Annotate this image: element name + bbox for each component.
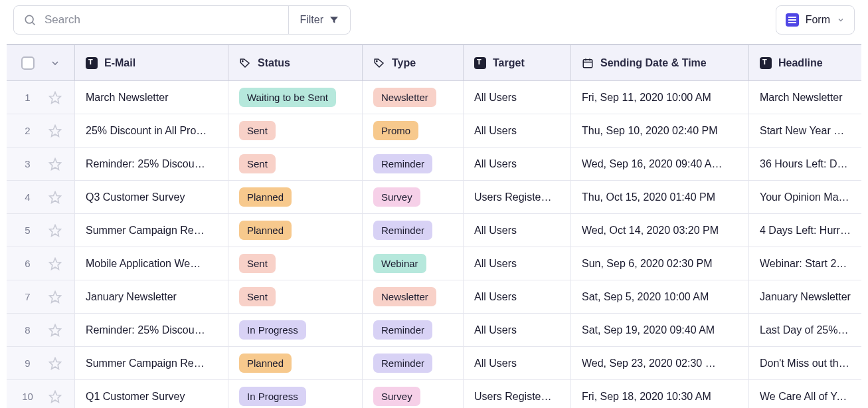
- row-number: 10: [20, 391, 36, 402]
- status-badge: Sent: [239, 254, 276, 273]
- row-controls: 10: [7, 380, 75, 408]
- status-badge: Sent: [239, 154, 276, 173]
- star-icon[interactable]: [48, 290, 62, 304]
- col-status[interactable]: Status: [228, 45, 363, 80]
- table-row[interactable]: 3 Reminder: 25% Discou… Sent Reminder Al…: [7, 148, 861, 181]
- cell-headline: Webinar: Start 2020: [760, 258, 851, 270]
- status-badge: Sent: [239, 287, 276, 306]
- chevron-down-icon[interactable]: [50, 58, 60, 68]
- cell-headline: Your Opinion Matters: [760, 191, 851, 203]
- row-controls: 3: [7, 148, 75, 180]
- type-badge: Webinar: [373, 254, 426, 273]
- star-icon[interactable]: [48, 191, 62, 204]
- view-label: Form: [806, 14, 830, 26]
- star-icon[interactable]: [48, 157, 62, 171]
- row-controls: 6: [7, 247, 75, 280]
- cell-date: Thu, Sep 10, 2020 02:40 PM: [582, 125, 738, 137]
- svg-marker-17: [49, 391, 60, 402]
- col-headline[interactable]: Headline: [749, 45, 861, 80]
- cell-target: All Users: [474, 258, 560, 270]
- svg-marker-10: [49, 158, 60, 169]
- select-all-checkbox[interactable]: [21, 56, 35, 70]
- search-input[interactable]: [43, 13, 279, 27]
- row-controls: 1: [7, 81, 75, 114]
- star-icon[interactable]: [48, 357, 62, 370]
- svg-marker-16: [49, 357, 60, 369]
- text-column-icon: [474, 57, 486, 69]
- data-table: E-Mail Status Type Target: [7, 44, 861, 408]
- col-label: Status: [258, 57, 351, 69]
- chevron-down-icon: [837, 16, 845, 24]
- cell-headline: 4 Days Left: Hurry up: [760, 225, 851, 237]
- star-icon[interactable]: [48, 91, 62, 104]
- star-icon[interactable]: [48, 124, 62, 138]
- cell-target: All Users: [474, 225, 560, 237]
- type-badge: Reminder: [373, 354, 432, 373]
- cell-date: Wed, Sep 16, 2020 09:40 A…: [582, 158, 738, 170]
- cell-target: All Users: [474, 125, 560, 137]
- table-row[interactable]: 1 March Newsletter Waiting to be Sent Ne…: [7, 81, 861, 114]
- cell-date: Wed, Oct 14, 2020 03:20 PM: [582, 225, 738, 237]
- type-badge: Newsletter: [373, 287, 436, 306]
- cell-date: Thu, Oct 15, 2020 01:40 PM: [582, 191, 738, 203]
- svg-point-3: [377, 60, 378, 62]
- search-icon: [23, 13, 37, 27]
- star-icon[interactable]: [48, 224, 62, 237]
- row-number: 3: [20, 158, 36, 169]
- status-badge: Planned: [239, 221, 292, 240]
- col-label: E-Mail: [104, 57, 217, 69]
- tag-column-icon: [373, 57, 385, 69]
- table-row[interactable]: 4 Q3 Customer Survey Planned Survey User…: [7, 181, 861, 214]
- star-icon[interactable]: [48, 324, 62, 337]
- cell-email: Summer Campaign Re…: [86, 225, 217, 237]
- cell-date: Sat, Sep 5, 2020 10:00 AM: [582, 291, 738, 303]
- tag-column-icon: [239, 57, 251, 69]
- cell-headline: Don't Miss out this C: [760, 357, 851, 369]
- row-controls: 8: [7, 314, 75, 346]
- col-email[interactable]: E-Mail: [75, 45, 228, 80]
- table-row[interactable]: 7 January Newsletter Sent Newsletter All…: [7, 280, 861, 314]
- svg-marker-13: [49, 258, 60, 269]
- star-icon[interactable]: [48, 257, 62, 270]
- table-header: E-Mail Status Type Target: [7, 45, 861, 81]
- type-badge: Reminder: [373, 320, 432, 340]
- col-type[interactable]: Type: [363, 45, 464, 80]
- col-date[interactable]: Sending Date & Time: [571, 45, 749, 80]
- row-number: 1: [20, 92, 36, 103]
- cell-target: All Users: [474, 357, 560, 369]
- table-row[interactable]: 5 Summer Campaign Re… Planned Reminder A…: [7, 214, 861, 247]
- filter-button[interactable]: Filter: [288, 6, 350, 34]
- text-column-icon: [86, 57, 98, 69]
- row-controls: 5: [7, 214, 75, 247]
- svg-marker-9: [49, 125, 60, 136]
- row-number: 7: [20, 291, 36, 302]
- table-row[interactable]: 9 Summer Campaign Re… Planned Reminder A…: [7, 347, 861, 380]
- cell-headline: 36 Hours Left: Don't: [760, 158, 851, 170]
- status-badge: In Progress: [239, 320, 306, 340]
- cell-date: Fri, Sep 18, 2020 10:30 AM: [582, 391, 738, 403]
- view-switch-button[interactable]: Form: [776, 5, 855, 35]
- cell-target: All Users: [474, 291, 560, 303]
- table-row[interactable]: 10 Q1 Customer Survey In Progress Survey…: [7, 380, 861, 408]
- svg-marker-8: [49, 92, 60, 103]
- status-badge: Planned: [239, 354, 292, 373]
- row-number: 8: [20, 324, 36, 336]
- table-row[interactable]: 8 Reminder: 25% Discou… In Progress Remi…: [7, 314, 861, 347]
- type-badge: Newsletter: [373, 88, 436, 107]
- row-number: 4: [20, 191, 36, 203]
- svg-marker-14: [49, 291, 60, 302]
- type-badge: Survey: [373, 187, 420, 207]
- cell-target: All Users: [474, 324, 560, 336]
- cell-date: Sat, Sep 19, 2020 09:40 AM: [582, 324, 738, 336]
- cell-email: Reminder: 25% Discou…: [86, 158, 217, 170]
- row-controls: 7: [7, 280, 75, 313]
- cell-date: Fri, Sep 11, 2020 10:00 AM: [582, 92, 738, 104]
- star-icon[interactable]: [48, 390, 62, 403]
- cell-headline: Start New Year with 2: [760, 125, 851, 137]
- table-row[interactable]: 2 25% Discount in All Pro… Sent Promo Al…: [7, 114, 861, 148]
- status-badge: In Progress: [239, 387, 306, 406]
- table-row[interactable]: 6 Mobile Application We… Sent Webinar Al…: [7, 247, 861, 280]
- cell-email: Reminder: 25% Discou…: [86, 324, 217, 336]
- cell-headline: Last Day of 25% Disc: [760, 324, 851, 336]
- col-target[interactable]: Target: [464, 45, 571, 80]
